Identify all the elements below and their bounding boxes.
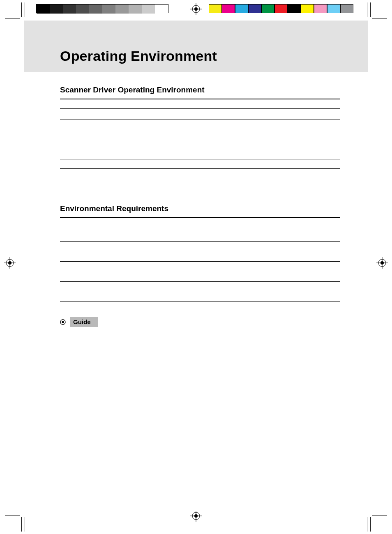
svg-point-17	[62, 321, 64, 323]
swatch	[261, 4, 274, 13]
content-area: Scanner Driver Operating Environment Env…	[24, 72, 368, 327]
crop-mark	[5, 15, 20, 15]
registration-mark-icon	[376, 257, 388, 269]
crop-mark	[21, 2, 22, 17]
section-heading: Scanner Driver Operating Environment	[60, 85, 340, 94]
crop-mark	[372, 519, 387, 519]
crop-mark	[370, 2, 371, 17]
section-heading: Environmental Requirements	[60, 204, 340, 213]
swatch	[235, 4, 248, 13]
swatch	[37, 5, 50, 14]
swatch	[155, 5, 168, 14]
crop-mark	[367, 2, 367, 17]
swatch	[50, 5, 63, 14]
swatch	[63, 5, 76, 14]
crop-mark	[372, 18, 387, 18]
guide-label: Guide	[70, 317, 98, 327]
swatch	[248, 4, 261, 13]
swatch	[115, 5, 129, 14]
crop-mark	[372, 15, 387, 15]
swatch	[142, 5, 155, 14]
guide-row: Guide	[60, 317, 340, 327]
page-title: Operating Environment	[60, 48, 217, 64]
swatch	[222, 4, 235, 13]
grayscale-calibration-bar	[36, 4, 168, 13]
crop-mark	[367, 517, 367, 532]
swatch	[327, 4, 340, 13]
ruled-block	[60, 217, 340, 302]
crop-mark	[25, 2, 25, 17]
swatch	[314, 4, 327, 13]
swatch	[288, 4, 301, 13]
crop-mark	[5, 18, 20, 18]
crop-mark	[25, 517, 25, 532]
swatch	[209, 4, 222, 13]
swatch	[340, 4, 353, 13]
title-banner: Operating Environment	[24, 21, 368, 72]
registration-mark-icon	[190, 3, 202, 15]
registration-mark-icon	[4, 257, 16, 269]
crop-mark	[5, 516, 20, 516]
swatch	[301, 4, 314, 13]
swatch	[76, 5, 89, 14]
swatch	[129, 5, 142, 14]
crop-mark	[372, 516, 387, 516]
swatch	[102, 5, 115, 14]
crop-mark	[5, 519, 20, 519]
registration-mark-icon	[190, 510, 202, 522]
target-bullet-icon	[60, 319, 66, 325]
swatch	[89, 5, 102, 14]
color-calibration-bar	[209, 4, 353, 13]
crop-mark	[370, 517, 371, 532]
swatch	[274, 4, 288, 13]
crop-mark	[21, 517, 22, 532]
ruled-block	[60, 99, 340, 169]
document-page: Operating Environment Scanner Driver Ope…	[24, 21, 368, 511]
